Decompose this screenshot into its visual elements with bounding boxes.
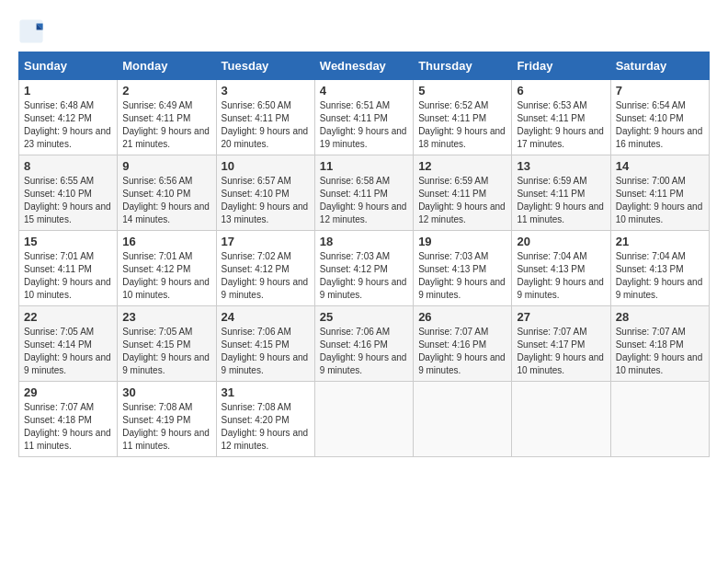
daylight-label: Daylight: 9 hours and 15 minutes. (24, 201, 111, 224)
calendar-header-row: SundayMondayTuesdayWednesdayThursdayFrid… (19, 52, 710, 80)
daylight-label: Daylight: 9 hours and 9 minutes. (517, 277, 604, 300)
day-number: 19 (418, 235, 506, 248)
sunset-label: Sunset: 4:17 PM (517, 339, 585, 350)
day-info: Sunrise: 7:07 AM Sunset: 4:18 PM Dayligh… (616, 326, 704, 377)
day-cell: 11 Sunrise: 6:58 AM Sunset: 4:11 PM Dayl… (314, 155, 413, 231)
sunrise-label: Sunrise: 6:57 AM (222, 176, 291, 186)
calendar-body: 1 Sunrise: 6:48 AM Sunset: 4:12 PM Dayli… (19, 80, 710, 457)
day-info: Sunrise: 7:05 AM Sunset: 4:14 PM Dayligh… (24, 326, 112, 377)
daylight-label: Daylight: 9 hours and 18 minutes. (418, 126, 506, 149)
day-cell (314, 382, 413, 457)
day-cell: 2 Sunrise: 6:49 AM Sunset: 4:11 PM Dayli… (118, 80, 216, 155)
day-number: 8 (24, 159, 112, 173)
sunset-label: Sunset: 4:11 PM (320, 189, 388, 199)
sunset-label: Sunset: 4:12 PM (320, 264, 388, 274)
sunset-label: Sunset: 4:12 PM (122, 264, 190, 274)
sunset-label: Sunset: 4:20 PM (222, 415, 290, 425)
daylight-label: Daylight: 9 hours and 10 minutes. (616, 201, 703, 224)
week-row-4: 22 Sunrise: 7:05 AM Sunset: 4:14 PM Dayl… (19, 306, 710, 382)
sunrise-label: Sunrise: 6:59 AM (517, 176, 586, 186)
daylight-label: Daylight: 9 hours and 10 minutes. (24, 277, 111, 300)
daylight-label: Daylight: 9 hours and 16 minutes. (616, 126, 703, 149)
day-info: Sunrise: 7:06 AM Sunset: 4:15 PM Dayligh… (222, 326, 310, 377)
daylight-label: Daylight: 9 hours and 9 minutes. (418, 352, 506, 375)
day-info: Sunrise: 7:04 AM Sunset: 4:13 PM Dayligh… (517, 250, 605, 302)
day-cell: 30 Sunrise: 7:08 AM Sunset: 4:19 PM Dayl… (118, 382, 216, 457)
daylight-label: Daylight: 9 hours and 12 minutes. (320, 201, 407, 224)
sunrise-label: Sunrise: 7:01 AM (24, 251, 94, 261)
sunset-label: Sunset: 4:19 PM (122, 415, 190, 425)
day-info: Sunrise: 6:58 AM Sunset: 4:11 PM Dayligh… (320, 175, 408, 226)
sunrise-label: Sunrise: 6:52 AM (418, 100, 488, 110)
daylight-label: Daylight: 9 hours and 9 minutes. (222, 277, 309, 300)
col-header-monday: Monday (118, 52, 216, 80)
sunrise-label: Sunrise: 7:04 AM (517, 251, 586, 261)
day-cell: 12 Sunrise: 6:59 AM Sunset: 4:11 PM Dayl… (414, 155, 512, 231)
day-number: 30 (122, 385, 210, 399)
sunset-label: Sunset: 4:13 PM (616, 264, 684, 274)
daylight-label: Daylight: 9 hours and 23 minutes. (24, 126, 111, 149)
sunset-label: Sunset: 4:11 PM (418, 189, 486, 199)
day-number: 23 (122, 310, 210, 324)
col-header-sunday: Sunday (19, 52, 118, 80)
sunrise-label: Sunrise: 6:50 AM (222, 100, 291, 110)
day-info: Sunrise: 6:51 AM Sunset: 4:11 PM Dayligh… (320, 99, 408, 151)
day-number: 20 (517, 235, 605, 248)
day-info: Sunrise: 6:54 AM Sunset: 4:10 PM Dayligh… (616, 99, 704, 151)
day-info: Sunrise: 6:50 AM Sunset: 4:11 PM Dayligh… (222, 99, 310, 151)
day-number: 13 (517, 159, 605, 173)
day-cell: 17 Sunrise: 7:02 AM Sunset: 4:12 PM Dayl… (216, 231, 314, 306)
day-number: 11 (320, 159, 408, 173)
day-cell: 25 Sunrise: 7:06 AM Sunset: 4:16 PM Dayl… (314, 306, 413, 382)
col-header-tuesday: Tuesday (216, 52, 314, 80)
logo-icon (18, 18, 44, 44)
sunset-label: Sunset: 4:18 PM (616, 339, 684, 350)
sunset-label: Sunset: 4:11 PM (517, 113, 585, 123)
day-number: 25 (320, 310, 408, 324)
day-info: Sunrise: 6:59 AM Sunset: 4:11 PM Dayligh… (517, 175, 605, 226)
day-info: Sunrise: 6:59 AM Sunset: 4:11 PM Dayligh… (418, 175, 506, 226)
day-cell: 13 Sunrise: 6:59 AM Sunset: 4:11 PM Dayl… (512, 155, 610, 231)
col-header-thursday: Thursday (414, 52, 512, 80)
day-cell: 31 Sunrise: 7:08 AM Sunset: 4:20 PM Dayl… (216, 382, 314, 457)
sunset-label: Sunset: 4:16 PM (418, 339, 486, 350)
sunrise-label: Sunrise: 6:49 AM (122, 100, 192, 110)
sunrise-label: Sunrise: 6:59 AM (418, 176, 488, 186)
sunset-label: Sunset: 4:10 PM (24, 189, 92, 199)
day-cell: 7 Sunrise: 6:54 AM Sunset: 4:10 PM Dayli… (610, 80, 709, 155)
daylight-label: Daylight: 9 hours and 9 minutes. (222, 352, 309, 375)
day-info: Sunrise: 7:06 AM Sunset: 4:16 PM Dayligh… (320, 326, 408, 377)
day-number: 24 (222, 310, 310, 324)
day-number: 9 (122, 159, 210, 173)
day-number: 4 (320, 84, 408, 98)
daylight-label: Daylight: 9 hours and 10 minutes. (616, 352, 703, 375)
day-cell (414, 382, 512, 457)
daylight-label: Daylight: 9 hours and 12 minutes. (222, 428, 309, 451)
sunset-label: Sunset: 4:11 PM (24, 264, 92, 274)
sunrise-label: Sunrise: 7:08 AM (122, 402, 192, 412)
day-number: 26 (418, 310, 506, 324)
day-cell: 26 Sunrise: 7:07 AM Sunset: 4:16 PM Dayl… (414, 306, 512, 382)
sunset-label: Sunset: 4:14 PM (24, 339, 92, 350)
day-cell: 5 Sunrise: 6:52 AM Sunset: 4:11 PM Dayli… (414, 80, 512, 155)
sunrise-label: Sunrise: 7:04 AM (616, 251, 686, 261)
day-info: Sunrise: 7:08 AM Sunset: 4:19 PM Dayligh… (122, 401, 210, 453)
daylight-label: Daylight: 9 hours and 11 minutes. (24, 428, 111, 451)
sunset-label: Sunset: 4:11 PM (122, 113, 190, 123)
day-number: 15 (24, 235, 112, 248)
day-cell: 27 Sunrise: 7:07 AM Sunset: 4:17 PM Dayl… (512, 306, 610, 382)
sunrise-label: Sunrise: 6:51 AM (320, 100, 390, 110)
sunset-label: Sunset: 4:15 PM (222, 339, 290, 350)
sunset-label: Sunset: 4:11 PM (616, 189, 684, 199)
day-cell: 6 Sunrise: 6:53 AM Sunset: 4:11 PM Dayli… (512, 80, 610, 155)
day-info: Sunrise: 7:01 AM Sunset: 4:11 PM Dayligh… (24, 250, 112, 302)
day-number: 28 (616, 310, 704, 324)
sunset-label: Sunset: 4:11 PM (222, 113, 290, 123)
day-info: Sunrise: 7:05 AM Sunset: 4:15 PM Dayligh… (122, 326, 210, 377)
sunset-label: Sunset: 4:12 PM (222, 264, 290, 274)
day-info: Sunrise: 6:53 AM Sunset: 4:11 PM Dayligh… (517, 99, 605, 151)
day-number: 14 (616, 159, 704, 173)
daylight-label: Daylight: 9 hours and 12 minutes. (418, 201, 506, 224)
day-number: 27 (517, 310, 605, 324)
day-cell: 21 Sunrise: 7:04 AM Sunset: 4:13 PM Dayl… (610, 231, 709, 306)
